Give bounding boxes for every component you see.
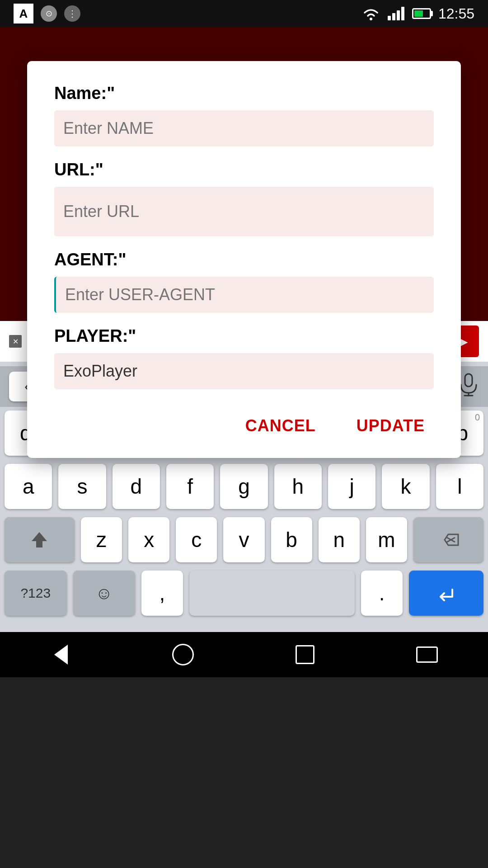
key-s[interactable]: s [58,464,106,509]
nav-keyboard-button[interactable] [413,641,441,668]
key-m[interactable]: m [366,517,407,562]
app-icon-3: ⋮ [64,5,80,22]
cancel-button[interactable]: CANCEL [236,412,325,440]
key-period[interactable]: . [361,571,403,616]
signal-icon [388,7,405,20]
key-space[interactable] [189,571,355,616]
key-f[interactable]: f [166,464,214,509]
status-icons-left: A ⊙ ⋮ [14,4,80,24]
update-button[interactable]: UPDATE [347,412,434,440]
name-label: Name:" [54,84,434,103]
key-numbers[interactable]: ?123 [5,571,67,616]
agent-input[interactable] [54,277,434,313]
key-x[interactable]: x [128,517,169,562]
key-a[interactable]: a [5,464,52,509]
key-emoji[interactable]: ☺ [73,571,136,616]
key-k[interactable]: k [382,464,429,509]
status-icons-right: 12:55 [361,5,474,22]
key-shift[interactable] [5,517,75,562]
clock: 12:55 [438,5,474,22]
app-icon-1: A [14,4,33,24]
player-input[interactable] [54,353,434,389]
player-label: PLAYER:" [54,326,434,346]
nav-home-button[interactable] [169,641,197,668]
key-l[interactable]: l [436,464,483,509]
key-d[interactable]: d [113,464,160,509]
keyboard-row-2: a s d f g h j k l [5,464,483,509]
ad-close-icon[interactable]: ✕ [9,335,22,348]
svg-rect-4 [401,7,404,20]
url-label: URL:" [54,160,434,179]
svg-rect-15 [465,374,472,387]
battery-icon [412,8,431,19]
key-z[interactable]: z [81,517,122,562]
key-n[interactable]: n [319,517,360,562]
navigation-bar [0,632,488,677]
keyboard-row-4: ?123 ☺ , . [5,571,483,616]
key-enter[interactable] [409,571,483,616]
key-h[interactable]: h [274,464,322,509]
status-bar: A ⊙ ⋮ 12:55 [0,0,488,27]
dialog-actions: CANCEL UPDATE [54,407,434,440]
name-input[interactable] [54,110,434,146]
key-backspace[interactable] [413,517,483,562]
wifi-icon [361,6,380,21]
key-c[interactable]: c [176,517,217,562]
nav-recents-button[interactable] [291,641,319,668]
svg-rect-2 [392,13,395,20]
svg-rect-3 [397,10,400,20]
keyboard-mic-icon[interactable] [458,373,479,401]
key-g[interactable]: g [220,464,267,509]
keyboard-row-3: z x c v b n m [5,517,483,562]
key-comma[interactable]: , [141,571,183,616]
key-v[interactable]: v [223,517,264,562]
key-b[interactable]: b [271,517,312,562]
url-input[interactable] [54,187,434,236]
edit-dialog: Name:" URL:" AGENT:" PLAYER:" CANCEL UPD… [27,61,461,458]
svg-point-0 [370,18,372,20]
nav-back-button[interactable] [47,641,75,668]
agent-label: AGENT:" [54,250,434,269]
app-background: Name:" URL:" AGENT:" PLAYER:" CANCEL UPD… [0,27,488,362]
key-j[interactable]: j [328,464,375,509]
svg-marker-18 [32,532,47,547]
app-icon-2: ⊙ [41,5,57,22]
svg-rect-1 [388,16,391,20]
